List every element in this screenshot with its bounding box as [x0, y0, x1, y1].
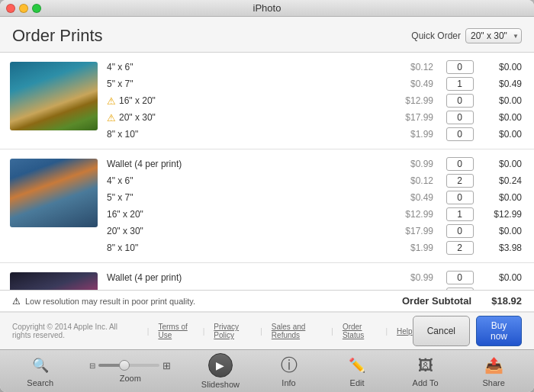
row-qty	[442, 77, 477, 91]
table-row: 5" x 7" $0.49 $0.49	[107, 76, 534, 92]
table-row: 4" x 6" $0.12 $0.24	[107, 172, 534, 189]
buy-button[interactable]: Buy now	[476, 316, 522, 346]
row-price: $0.12	[389, 175, 442, 186]
row-qty	[442, 94, 477, 108]
photo-group-3: Wallet (4 per print) $0.99 $0.00 4" x 6"…	[0, 263, 534, 290]
zoom-max-icon: ⊞	[162, 360, 171, 371]
table-row: ⚠ 16" x 20" $12.99 $0.00	[107, 92, 534, 109]
row-name: 8" x 10"	[107, 129, 389, 140]
minimize-button[interactable]	[19, 4, 28, 13]
row-qty	[442, 224, 477, 238]
photo-image-2	[10, 159, 98, 227]
sales-link[interactable]: Sales and Refunds	[272, 323, 322, 339]
photo-image-3	[10, 272, 98, 290]
row-name: ⚠ 20" x 30"	[107, 112, 389, 124]
qty-input[interactable]	[446, 224, 474, 238]
row-total: $0.00	[477, 129, 534, 140]
row-total: $12.99	[477, 209, 534, 220]
toolbar-item-info[interactable]: ⓘ Info	[270, 355, 308, 387]
print-rows-3: Wallet (4 per print) $0.99 $0.00 4" x 6"…	[107, 269, 534, 290]
quick-order-select[interactable]: 4" x 6" 5" x 7" 8" x 10" 16" x 20" 20" x…	[465, 28, 522, 43]
help-link[interactable]: Help	[397, 327, 413, 336]
table-row: 8" x 10" $1.99 $0.00	[107, 126, 534, 143]
qty-input[interactable]	[446, 127, 474, 141]
quick-order-select-wrapper[interactable]: 4" x 6" 5" x 7" 8" x 10" 16" x 20" 20" x…	[465, 28, 522, 43]
maximize-button[interactable]	[32, 4, 41, 13]
qty-input[interactable]	[446, 111, 474, 124]
qty-input[interactable]	[446, 241, 474, 255]
row-price: $0.99	[389, 272, 442, 283]
terms-link[interactable]: Terms of Use	[158, 323, 193, 339]
footer: ⚠ Low resolution may result in poor prin…	[0, 290, 534, 349]
row-name: Wallet (4 per print)	[107, 159, 389, 169]
row-total: $0.00	[477, 272, 534, 283]
bottom-toolbar: 🔍 Search ⊟ ⊞ Zoom ▶ Slideshow ⓘ Info ✏️ …	[0, 349, 534, 392]
qty-input[interactable]	[446, 174, 474, 188]
info-icon: ⓘ	[278, 355, 300, 376]
table-row: Wallet (4 per print) $0.99 $0.00	[107, 269, 534, 286]
toolbar-item-slideshow[interactable]: ▶ Slideshow	[201, 353, 240, 389]
toolbar-label-zoom: Zoom	[120, 374, 141, 383]
action-buttons: Cancel Buy now	[413, 316, 522, 346]
qty-input[interactable]	[446, 77, 474, 91]
row-total: $0.24	[477, 175, 534, 186]
toolbar-label-share: Share	[483, 378, 505, 387]
qty-input[interactable]	[446, 207, 474, 221]
row-price: $17.99	[389, 226, 442, 236]
cancel-button[interactable]: Cancel	[413, 316, 470, 346]
toolbar-item-edit[interactable]: ✏️ Edit	[338, 355, 376, 387]
table-row: 8" x 10" $1.99 $3.98	[107, 239, 534, 256]
row-total: $0.00	[477, 62, 534, 72]
toolbar-label-info: Info	[281, 378, 295, 387]
subtotal-label: Order Subtotal	[402, 295, 471, 307]
copyright-area: Copyright © 2014 Apple Inc. All rights r…	[12, 323, 413, 339]
row-name: ⚠ 16" x 20"	[107, 95, 389, 107]
row-name: 5" x 7"	[107, 79, 389, 89]
zoom-control: ⊟ ⊞	[89, 360, 171, 371]
toolbar-item-search[interactable]: 🔍 Search	[21, 355, 60, 387]
zoom-slider[interactable]	[98, 364, 159, 367]
row-name: 4" x 6"	[107, 175, 389, 186]
qty-input[interactable]	[446, 191, 474, 204]
main-window: iPhoto Order Prints Quick Order 4" x 6" …	[0, 0, 534, 392]
table-row: Wallet (4 per print) $0.99 $0.00	[107, 156, 534, 172]
slideshow-button[interactable]: ▶	[208, 353, 233, 378]
qty-input[interactable]	[446, 94, 474, 108]
row-qty	[442, 191, 477, 204]
row-price: $0.49	[389, 192, 442, 203]
warning-icon: ⚠	[12, 296, 21, 307]
warning-row: ⚠ Low resolution may result in poor prin…	[0, 291, 534, 312]
warning-text: Low resolution may result in poor print …	[25, 297, 195, 306]
row-price: $1.99	[389, 243, 442, 253]
warning-icon: ⚠	[107, 95, 116, 107]
window-title: iPhoto	[253, 2, 281, 14]
photo-thumb-3	[0, 269, 107, 290]
privacy-link[interactable]: Privacy Policy	[214, 323, 251, 339]
toolbar-item-addto[interactable]: 🖼 Add To	[407, 355, 445, 387]
row-price: $0.12	[389, 62, 442, 72]
row-total: $0.00	[477, 226, 534, 236]
photo-thumb-2	[0, 156, 107, 256]
quick-order-control: Quick Order 4" x 6" 5" x 7" 8" x 10" 16"…	[411, 28, 522, 43]
prints-list[interactable]: 4" x 6" $0.12 $0.00 5" x 7" $0.49 $0.49 …	[0, 53, 534, 290]
row-price: $0.49	[389, 79, 442, 89]
warning-icon: ⚠	[107, 112, 116, 124]
qty-input[interactable]	[446, 271, 474, 284]
close-button[interactable]	[6, 4, 15, 13]
qty-input[interactable]	[446, 60, 474, 74]
row-qty	[442, 207, 477, 221]
order-status-link[interactable]: Order Status	[343, 323, 377, 339]
toolbar-item-share[interactable]: 📤 Share	[474, 355, 513, 387]
row-qty	[442, 241, 477, 255]
row-price: $1.99	[389, 129, 442, 140]
print-rows-1: 4" x 6" $0.12 $0.00 5" x 7" $0.49 $0.49 …	[107, 59, 534, 143]
row-total: $0.00	[477, 159, 534, 169]
row-qty	[442, 111, 477, 124]
qty-input[interactable]	[446, 157, 474, 171]
search-icon: 🔍	[30, 355, 51, 376]
page-title: Order Prints	[12, 26, 103, 46]
row-total: $0.00	[477, 95, 534, 106]
row-total: $0.00	[477, 112, 534, 123]
toolbar-label-addto: Add To	[413, 378, 439, 387]
row-total: $0.00	[477, 192, 534, 203]
